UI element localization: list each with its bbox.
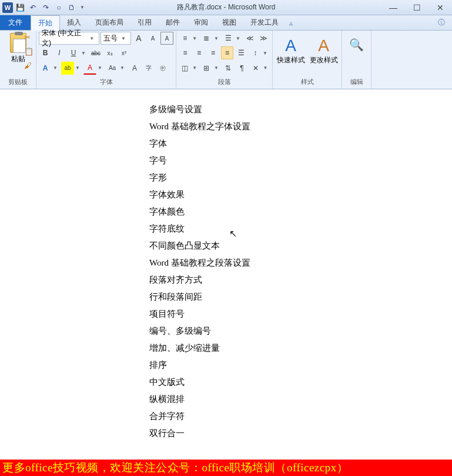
underline-button[interactable]: U	[67, 46, 80, 59]
doc-line[interactable]: 字号	[149, 152, 452, 169]
doc-line[interactable]: 纵横混排	[149, 391, 452, 408]
increase-indent-button[interactable]: ≫	[257, 32, 270, 45]
close-button[interactable]: ✕	[428, 0, 452, 15]
strike-button[interactable]: abc	[89, 46, 102, 59]
bold-button[interactable]: B	[39, 46, 52, 59]
doc-line[interactable]: 合并字符	[149, 408, 452, 425]
show-paragraph-button[interactable]: ¶	[236, 62, 248, 75]
doc-line[interactable]: 排序	[149, 357, 452, 374]
tab-review[interactable]: 审阅	[187, 15, 215, 30]
distribute-button[interactable]: ☰	[235, 46, 247, 59]
tab-devtools[interactable]: 开发工具	[243, 15, 286, 30]
font-color-button[interactable]: A	[83, 62, 96, 75]
text-effects-button[interactable]: A	[39, 62, 52, 75]
number-dropdown[interactable]: ▼	[214, 36, 221, 41]
help-icon[interactable]: ⓘ	[434, 16, 448, 29]
circled-char-button[interactable]: ㊥	[156, 62, 169, 75]
shading-dropdown[interactable]: ▼	[192, 65, 199, 71]
fontcolor-dropdown[interactable]: ▼	[98, 65, 105, 71]
new-button[interactable]: ○	[53, 2, 65, 14]
case-dropdown[interactable]: ▼	[120, 65, 127, 71]
underline-dropdown[interactable]: ▼	[81, 51, 88, 56]
clipboard-group-label: 剪贴板	[2, 76, 34, 88]
doc-line[interactable]: 不同颜色凸显文本	[149, 237, 452, 254]
cut-button[interactable]: ✂	[24, 33, 35, 43]
tab-layout[interactable]: 页面布局	[88, 15, 130, 30]
open-button[interactable]: 🗋	[66, 2, 78, 14]
align-justify-button[interactable]: ≡	[221, 46, 234, 59]
group-font: 宋体 (中文正文)▼ 五号▼ A A A B I U ▼ abc x₂ x² A…	[36, 31, 176, 89]
tab-view[interactable]: 视图	[215, 15, 243, 30]
doc-line[interactable]: 中文版式	[149, 374, 452, 391]
quick-styles-icon: A	[285, 36, 296, 55]
minimize-button[interactable]: —	[381, 0, 405, 15]
doc-line[interactable]: 项目符号	[149, 306, 452, 323]
shrink-font-button[interactable]: A	[146, 32, 159, 45]
save-button[interactable]: 💾	[14, 2, 26, 14]
doc-line[interactable]: 多级编号设置	[149, 101, 452, 118]
doc-line[interactable]: 字体效果	[149, 186, 452, 203]
number-list-button[interactable]: ≣	[200, 32, 213, 45]
copy-button[interactable]: 📋	[24, 47, 35, 58]
highlight-button[interactable]: ab	[61, 62, 74, 75]
doc-line[interactable]: 编号、多级编号	[149, 323, 452, 340]
tab-references[interactable]: 引用	[130, 15, 159, 30]
char-border-button[interactable]: A	[128, 62, 141, 75]
shading-button[interactable]: ◫	[179, 62, 191, 75]
tab-file[interactable]: 文件	[0, 15, 31, 30]
ribbon-collapse[interactable]: ▵	[286, 17, 296, 29]
doc-line[interactable]: 双行合一	[149, 425, 452, 442]
qat-dropdown[interactable]: ▼	[79, 2, 86, 14]
doc-line[interactable]: 增加、减少缩进量	[149, 340, 452, 357]
doc-line[interactable]: 段落对齐方式	[149, 271, 452, 289]
app-icon[interactable]: W	[2, 2, 13, 13]
decrease-indent-button[interactable]: ≪	[243, 32, 256, 45]
redo-button[interactable]: ↷	[40, 2, 52, 14]
change-styles-label: 更改样式	[310, 55, 338, 65]
doc-line[interactable]: Word 基础教程之段落设置	[149, 254, 452, 271]
asian-layout-button[interactable]: ✕	[249, 62, 262, 75]
change-styles-button[interactable]: A 更改样式	[309, 35, 339, 66]
footer-banner: 更多office技巧视频，欢迎关注公众号：office职场培训（officezc…	[0, 460, 452, 476]
border-button[interactable]: ⊞	[200, 62, 213, 75]
quick-styles-button[interactable]: A 快速样式	[276, 35, 306, 66]
maximize-button[interactable]: ☐	[405, 0, 428, 15]
italic-button[interactable]: I	[53, 46, 66, 59]
doc-line[interactable]: 字体颜色	[149, 203, 452, 220]
effects-dropdown[interactable]: ▼	[53, 65, 60, 71]
group-paragraph: ≡▼ ≣▼ ☰▼ ≪ ≫ ≡ ≡ ≡ ≡ ☰ ↕▼ ◫▼ ⊞▼ ⇅ ¶ ✕▼ 段…	[176, 31, 273, 89]
grow-font-button[interactable]: A	[132, 32, 145, 45]
doc-line[interactable]: 字体	[149, 135, 452, 152]
doc-line[interactable]: 字符底纹	[149, 220, 452, 237]
doc-line[interactable]: 字形	[149, 169, 452, 186]
asian-dropdown[interactable]: ▼	[263, 65, 270, 71]
highlight-dropdown[interactable]: ▼	[75, 65, 82, 71]
multilevel-list-button[interactable]: ☰	[222, 32, 235, 45]
bullet-list-button[interactable]: ≡	[179, 32, 191, 45]
align-right-button[interactable]: ≡	[207, 46, 220, 59]
bullet-dropdown[interactable]: ▼	[192, 36, 199, 41]
sort-button[interactable]: ⇅	[222, 62, 235, 75]
clear-format-button[interactable]: A	[160, 32, 173, 45]
align-center-button[interactable]: ≡	[193, 46, 206, 59]
quick-styles-label: 快速样式	[277, 55, 305, 65]
border-dropdown[interactable]: ▼	[214, 65, 221, 71]
superscript-button[interactable]: x²	[118, 46, 130, 59]
align-left-button[interactable]: ≡	[179, 46, 192, 59]
font-family-select[interactable]: 宋体 (中文正文)▼	[39, 32, 99, 45]
undo-button[interactable]: ↶	[27, 2, 39, 14]
format-painter-button[interactable]: 🖌	[24, 61, 35, 72]
tab-mail[interactable]: 邮件	[159, 15, 187, 30]
doc-line[interactable]: 行和段落间距	[149, 289, 452, 306]
multi-dropdown[interactable]: ▼	[236, 36, 243, 41]
phonetic-button[interactable]: 字	[142, 62, 155, 75]
font-size-select[interactable]: 五号▼	[101, 32, 131, 45]
window-title: 路凡教育.docx - Microsoft Word	[177, 2, 276, 12]
subscript-button[interactable]: x₂	[103, 46, 116, 59]
change-case-button[interactable]: Aa	[106, 62, 119, 75]
doc-line[interactable]: Word 基础教程之字体设置	[149, 118, 452, 135]
line-spacing-button[interactable]: ↕	[249, 46, 262, 59]
ls-dropdown[interactable]: ▼	[263, 51, 270, 56]
document-area[interactable]: 多级编号设置 Word 基础教程之字体设置 字体 字号 字形 字体效果 字体颜色…	[0, 89, 452, 460]
find-button[interactable]: 🔍	[344, 32, 369, 52]
